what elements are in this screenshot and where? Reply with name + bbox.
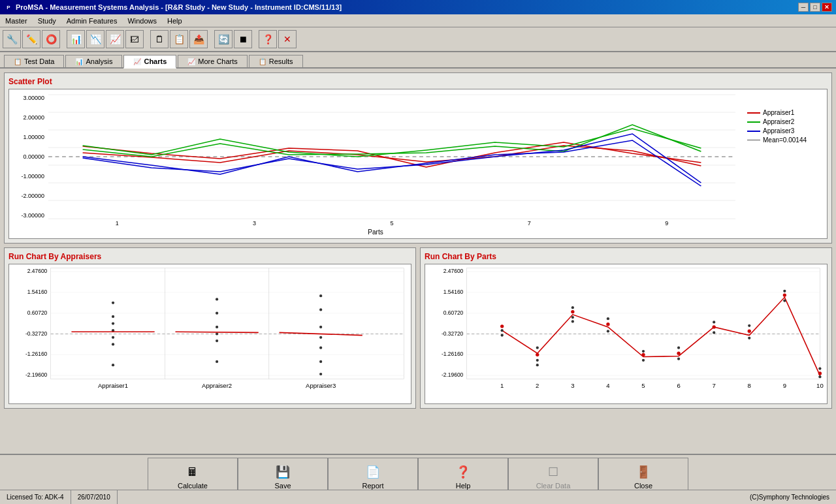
tab-results[interactable]: 📋 Results [249,55,303,67]
svg-text:1: 1 [500,382,504,389]
svg-point-96 [818,375,821,378]
report-icon: 📄 [366,465,380,479]
svg-point-67 [501,334,504,337]
tb-refresh[interactable]: 🔄 [214,30,233,48]
svg-text:1.54160: 1.54160 [27,289,48,295]
toolbar: 🔧 ✏️ ⭕ 📊 📉 📈 🗠 🗒 📋 📤 🔄 ⏹ ❓ ✕ [0,27,836,52]
scatter-y-axis: 3.00000 2.00000 1.00000 0.00000 -1.00000… [9,95,47,219]
legend-appraiser2-label: Appraiser2 [763,118,794,125]
svg-point-37 [319,308,322,311]
svg-point-75 [571,320,574,323]
svg-text:5: 5 [641,382,645,389]
y-label-1: 2.00000 [23,114,44,121]
close-button[interactable]: ✕ [822,3,832,12]
y-label-4: -1.00000 [21,173,44,180]
svg-point-73 [571,306,574,309]
tb-line-chart[interactable]: 📉 [86,30,104,48]
tb-circle-tool[interactable]: ⭕ [42,30,60,48]
svg-point-27 [112,336,114,339]
svg-point-39 [319,336,322,339]
menu-study[interactable]: Study [35,16,59,25]
tb-arrow-tool[interactable]: 🔧 [3,30,21,48]
tb-bar-chart[interactable]: 📊 [67,30,85,48]
x-tick-1: 1 [116,220,119,227]
x-tick-5: 5 [390,220,393,227]
svg-text:-0.32720: -0.32720 [442,330,464,337]
svg-point-42 [319,373,322,375]
save-label: Save [274,482,291,490]
scatter-plot-title: Scatter Plot [8,77,828,86]
calculate-label: Calculate [178,482,208,490]
tb-stop[interactable]: ⏹ [234,30,252,48]
svg-point-40 [319,347,322,349]
close-icon: 🚪 [636,465,651,479]
svg-point-68 [536,353,539,356]
license-text: Licensed To: ADK-4 [7,494,64,499]
svg-point-65 [500,324,504,328]
svg-point-72 [571,310,574,313]
menu-master[interactable]: Master [3,16,30,25]
main-content: Scatter Plot 3.00000 2.00000 1.00000 0.0… [0,69,836,454]
tab-test-data-label: Test Data [24,57,54,65]
run-chart-appraisers-area: 2.47600 1.54160 0.60720 -0.32720 -1.2616… [8,264,411,404]
tab-test-data[interactable]: 📋 Test Data [4,55,64,67]
tb-export[interactable]: 📤 [189,30,208,48]
clear-data-icon: ☐ [548,465,558,479]
run-chart-appraisers-section: Run Chart By Appraisers 2.47600 1.54160 … [4,247,416,409]
svg-point-95 [818,367,821,370]
svg-text:8: 8 [748,382,751,389]
svg-text:7: 7 [713,382,716,389]
minimize-button[interactable]: ─ [798,3,809,12]
scatter-svg [48,95,735,219]
y-label-3: 0.00000 [23,153,44,160]
tab-charts[interactable]: 📈 Charts [123,55,176,69]
svg-point-41 [319,360,322,363]
svg-point-76 [606,323,609,326]
svg-point-80 [642,350,645,353]
svg-point-24 [112,315,114,318]
svg-text:-1.26160: -1.26160 [442,351,464,357]
tb-stats[interactable]: 📋 [170,30,188,48]
menu-windows[interactable]: Windows [125,16,159,25]
svg-text:Appraiser2: Appraiser2 [202,382,232,389]
svg-point-25 [112,322,114,324]
scatter-x-label: Parts [368,228,383,236]
svg-text:2.47600: 2.47600 [443,268,464,274]
window-title: ProMSA - Measurement Systems Analysis - … [16,3,342,11]
title-bar-controls[interactable]: ─ □ ✕ [798,3,832,12]
tb-close[interactable]: ✕ [278,30,297,48]
app-icon: P [4,3,13,12]
tb-area-chart[interactable]: 🗠 [125,30,144,48]
svg-point-29 [112,364,114,366]
svg-point-79 [641,353,645,356]
scatter-x-ticks: 1 3 5 7 9 [48,220,735,227]
svg-point-86 [713,321,715,323]
svg-point-92 [783,290,786,292]
scatter-legend: Appraiser1 Appraiser2 Appraiser3 Mean=0.… [742,89,827,238]
svg-text:0.60720: 0.60720 [27,309,48,316]
legend-appraiser1: Appraiser1 [747,109,822,116]
tb-table[interactable]: 🗒 [150,30,169,48]
svg-point-85 [713,325,716,328]
svg-point-32 [216,326,218,328]
legend-appraiser1-line [747,112,760,114]
restore-button[interactable]: □ [810,3,820,12]
tab-more-charts[interactable]: 📈 More Charts [178,55,248,67]
svg-point-94 [818,371,822,375]
svg-point-28 [112,343,114,345]
svg-text:2: 2 [536,382,539,389]
status-bar: Licensed To: ADK-4 26/07/2010 (C)Symphon… [0,490,836,499]
tab-analysis[interactable]: 📊 Analysis [65,55,122,67]
x-tick-9: 9 [665,220,668,227]
menu-help[interactable]: Help [165,16,185,25]
tab-analysis-label: Analysis [86,57,112,65]
tb-help[interactable]: ❓ [259,30,277,48]
svg-text:-2.19600: -2.19600 [442,371,464,378]
x-tick-7: 7 [528,220,531,227]
tab-charts-icon: 📈 [133,58,141,65]
y-label-5: -2.00000 [21,193,44,199]
menu-admin[interactable]: Admin Features [64,16,120,25]
tb-scatter-chart[interactable]: 📈 [106,30,124,48]
tb-pencil-tool[interactable]: ✏️ [22,30,40,48]
menu-bar: Master Study Admin Features Windows Help [0,14,836,27]
